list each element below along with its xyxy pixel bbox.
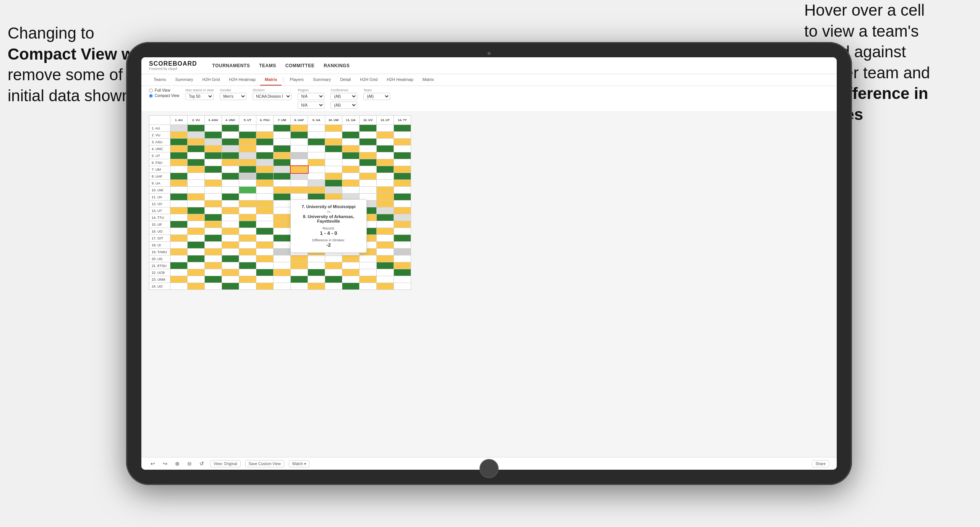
matrix-cell[interactable] [256,180,274,187]
matrix-cell[interactable] [205,145,222,152]
matrix-cell[interactable] [256,194,274,200]
matrix-cell[interactable] [291,276,308,283]
matrix-cell[interactable] [274,207,291,214]
matrix-cell[interactable] [394,235,411,242]
matrix-cell[interactable] [291,262,308,269]
matrix-area[interactable]: 1. AU 2. VU 3. ASU 4. UNC 5. UT 6. FSU 7… [141,112,837,457]
undo-button[interactable]: ↩ [149,460,157,467]
matrix-cell[interactable] [239,125,256,132]
matrix-cell[interactable] [222,159,239,166]
matrix-cell[interactable] [188,180,205,187]
matrix-cell[interactable] [222,152,239,159]
matrix-cell[interactable] [394,194,411,200]
matrix-cell[interactable] [239,132,256,139]
matrix-cell[interactable] [188,262,205,269]
matrix-cell[interactable] [291,125,308,132]
team-select[interactable]: (All) [363,93,390,100]
matrix-cell[interactable] [205,132,222,139]
matrix-cell[interactable] [256,276,274,283]
matrix-cell[interactable] [239,249,256,255]
matrix-cell[interactable] [291,159,308,166]
matrix-cell[interactable] [239,255,256,262]
matrix-cell[interactable] [205,276,222,283]
matrix-cell[interactable] [377,187,394,194]
compact-view-option[interactable]: Compact View [149,94,179,98]
matrix-cell[interactable] [377,228,394,235]
matrix-cell[interactable] [205,125,222,132]
matrix-cell[interactable] [256,242,274,249]
matrix-cell[interactable] [274,276,291,283]
matrix-cell[interactable] [222,166,239,173]
matrix-cell[interactable] [256,255,274,262]
matrix-cell[interactable] [342,132,360,139]
conference-select2[interactable]: (All) [330,102,357,109]
matrix-cell[interactable] [239,283,256,290]
matrix-cell[interactable] [239,262,256,269]
matrix-cell[interactable] [170,242,188,249]
matrix-cell[interactable] [325,152,342,159]
matrix-cell[interactable] [239,166,256,173]
matrix-cell[interactable] [394,255,411,262]
nav-tournaments[interactable]: TOURNAMENTS [212,63,250,68]
matrix-cell[interactable] [291,180,308,187]
matrix-cell[interactable] [342,145,360,152]
matrix-cell[interactable] [188,139,205,145]
matrix-cell[interactable] [274,235,291,242]
matrix-cell[interactable] [342,276,360,283]
matrix-cell[interactable] [394,132,411,139]
matrix-cell[interactable] [342,152,360,159]
matrix-cell[interactable] [377,249,394,255]
matrix-cell[interactable] [188,228,205,235]
view-original-button[interactable]: View: Original [210,460,241,467]
tab-players[interactable]: Players [285,74,308,86]
matrix-cell[interactable] [394,166,411,173]
tab-h2h-heatmap-players[interactable]: H2H Heatmap [382,74,418,86]
matrix-cell[interactable] [308,145,325,152]
matrix-cell[interactable] [308,283,325,290]
matrix-cell[interactable] [308,180,325,187]
tab-h2h-grid-players[interactable]: H2H Grid [355,74,382,86]
matrix-cell[interactable] [291,269,308,276]
matrix-cell[interactable] [377,180,394,187]
matrix-cell[interactable] [325,132,342,139]
matrix-cell[interactable] [274,166,291,173]
matrix-cell[interactable] [308,166,325,173]
matrix-cell[interactable] [360,255,377,262]
matrix-cell[interactable] [342,159,360,166]
matrix-cell[interactable] [222,139,239,145]
matrix-cell[interactable] [222,173,239,180]
matrix-cell[interactable] [239,145,256,152]
matrix-cell[interactable] [205,242,222,249]
matrix-cell[interactable] [360,152,377,159]
matrix-cell[interactable] [205,166,222,173]
matrix-cell[interactable] [170,139,188,145]
matrix-cell[interactable] [256,173,274,180]
matrix-cell[interactable] [377,276,394,283]
matrix-cell[interactable] [360,173,377,180]
matrix-cell[interactable] [239,152,256,159]
matrix-cell[interactable] [188,255,205,262]
matrix-cell[interactable] [239,187,256,194]
compact-view-radio[interactable] [149,94,153,98]
matrix-cell[interactable] [188,242,205,249]
matrix-cell[interactable] [274,269,291,276]
matrix-cell[interactable] [205,214,222,221]
matrix-cell[interactable] [394,262,411,269]
matrix-cell[interactable] [360,139,377,145]
matrix-cell[interactable] [360,132,377,139]
matrix-cell[interactable] [377,221,394,228]
matrix-cell[interactable] [377,145,394,152]
matrix-cell[interactable] [256,166,274,173]
full-view-option[interactable]: Full View [149,88,179,92]
matrix-cell[interactable] [394,207,411,214]
matrix-cell[interactable] [394,187,411,194]
matrix-cell[interactable] [256,228,274,235]
matrix-cell[interactable] [377,235,394,242]
tablet-home-button[interactable] [479,459,499,478]
matrix-cell[interactable] [377,262,394,269]
matrix-cell[interactable] [274,125,291,132]
matrix-cell[interactable] [394,173,411,180]
matrix-cell[interactable] [170,235,188,242]
matrix-cell[interactable] [377,269,394,276]
matrix-cell[interactable] [325,255,342,262]
